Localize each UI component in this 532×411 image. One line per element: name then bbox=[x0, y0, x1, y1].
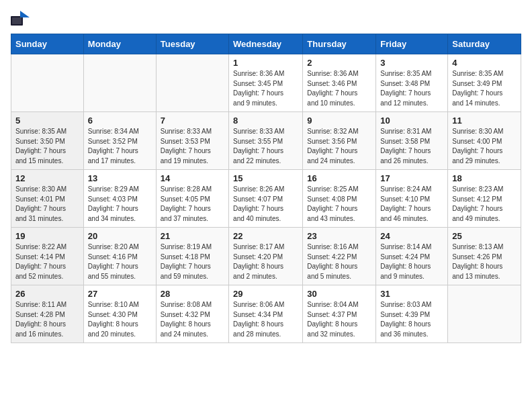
calendar-cell: 25Sunrise: 8:13 AM Sunset: 4:26 PM Dayli… bbox=[448, 228, 521, 285]
weekday-header-thursday: Thursday bbox=[303, 34, 376, 54]
calendar-cell bbox=[11, 54, 84, 112]
day-number: 9 bbox=[307, 116, 371, 126]
day-number: 5 bbox=[15, 116, 79, 126]
calendar-cell: 26Sunrise: 8:11 AM Sunset: 4:28 PM Dayli… bbox=[11, 285, 84, 343]
calendar-cell: 1Sunrise: 8:36 AM Sunset: 3:45 PM Daylig… bbox=[229, 54, 303, 112]
calendar-cell: 22Sunrise: 8:17 AM Sunset: 4:20 PM Dayli… bbox=[229, 228, 303, 285]
day-info: Sunrise: 8:08 AM Sunset: 4:32 PM Dayligh… bbox=[161, 300, 224, 339]
day-info: Sunrise: 8:30 AM Sunset: 4:01 PM Dayligh… bbox=[15, 185, 79, 224]
day-number: 30 bbox=[307, 289, 371, 299]
svg-marker-1 bbox=[20, 11, 30, 17]
calendar-cell: 21Sunrise: 8:19 AM Sunset: 4:18 PM Dayli… bbox=[156, 228, 228, 285]
day-number: 27 bbox=[88, 289, 152, 299]
day-info: Sunrise: 8:31 AM Sunset: 3:58 PM Dayligh… bbox=[380, 127, 443, 166]
day-number: 8 bbox=[233, 116, 298, 126]
weekday-header-saturday: Saturday bbox=[448, 34, 521, 54]
day-number: 17 bbox=[380, 173, 443, 183]
day-number: 12 bbox=[15, 173, 79, 183]
day-number: 20 bbox=[88, 231, 152, 241]
day-info: Sunrise: 8:11 AM Sunset: 4:28 PM Dayligh… bbox=[15, 300, 79, 339]
calendar-cell: 10Sunrise: 8:31 AM Sunset: 3:58 PM Dayli… bbox=[376, 112, 448, 170]
calendar-cell: 15Sunrise: 8:26 AM Sunset: 4:07 PM Dayli… bbox=[229, 170, 303, 228]
day-info: Sunrise: 8:10 AM Sunset: 4:30 PM Dayligh… bbox=[88, 300, 152, 339]
day-number: 16 bbox=[307, 173, 371, 183]
day-info: Sunrise: 8:24 AM Sunset: 4:10 PM Dayligh… bbox=[380, 185, 443, 224]
day-info: Sunrise: 8:23 AM Sunset: 4:12 PM Dayligh… bbox=[452, 185, 517, 224]
calendar-cell: 23Sunrise: 8:16 AM Sunset: 4:22 PM Dayli… bbox=[303, 228, 376, 285]
calendar-cell: 31Sunrise: 8:03 AM Sunset: 4:39 PM Dayli… bbox=[376, 285, 448, 343]
calendar-cell: 4Sunrise: 8:35 AM Sunset: 3:49 PM Daylig… bbox=[448, 54, 521, 112]
week-row-1: 1Sunrise: 8:36 AM Sunset: 3:45 PM Daylig… bbox=[11, 54, 521, 112]
calendar-cell: 12Sunrise: 8:30 AM Sunset: 4:01 PM Dayli… bbox=[11, 170, 84, 228]
day-info: Sunrise: 8:13 AM Sunset: 4:26 PM Dayligh… bbox=[452, 242, 517, 281]
day-info: Sunrise: 8:03 AM Sunset: 4:39 PM Dayligh… bbox=[380, 300, 443, 339]
calendar-cell: 2Sunrise: 8:36 AM Sunset: 3:46 PM Daylig… bbox=[303, 54, 376, 112]
day-info: Sunrise: 8:26 AM Sunset: 4:07 PM Dayligh… bbox=[233, 185, 298, 224]
calendar-cell: 28Sunrise: 8:08 AM Sunset: 4:32 PM Dayli… bbox=[156, 285, 228, 343]
day-number: 1 bbox=[233, 58, 298, 68]
day-number: 7 bbox=[161, 116, 224, 126]
day-info: Sunrise: 8:34 AM Sunset: 3:52 PM Dayligh… bbox=[88, 127, 152, 166]
day-number: 15 bbox=[233, 173, 298, 183]
day-number: 2 bbox=[307, 58, 371, 68]
calendar-cell: 6Sunrise: 8:34 AM Sunset: 3:52 PM Daylig… bbox=[83, 112, 156, 170]
day-number: 11 bbox=[452, 116, 517, 126]
day-number: 23 bbox=[307, 231, 371, 241]
calendar-cell: 5Sunrise: 8:35 AM Sunset: 3:50 PM Daylig… bbox=[11, 112, 84, 170]
svg-rect-2 bbox=[12, 17, 21, 24]
day-info: Sunrise: 8:16 AM Sunset: 4:22 PM Dayligh… bbox=[307, 242, 371, 281]
day-number: 10 bbox=[380, 116, 443, 126]
weekday-header-wednesday: Wednesday bbox=[229, 34, 303, 54]
day-info: Sunrise: 8:35 AM Sunset: 3:49 PM Dayligh… bbox=[452, 69, 517, 108]
day-number: 28 bbox=[161, 289, 224, 299]
calendar-cell: 24Sunrise: 8:14 AM Sunset: 4:24 PM Dayli… bbox=[376, 228, 448, 285]
day-info: Sunrise: 8:20 AM Sunset: 4:16 PM Dayligh… bbox=[88, 242, 152, 281]
day-info: Sunrise: 8:14 AM Sunset: 4:24 PM Dayligh… bbox=[380, 242, 443, 281]
calendar-cell bbox=[83, 54, 156, 112]
calendar-cell: 9Sunrise: 8:32 AM Sunset: 3:56 PM Daylig… bbox=[303, 112, 376, 170]
calendar-cell: 27Sunrise: 8:10 AM Sunset: 4:30 PM Dayli… bbox=[83, 285, 156, 343]
day-info: Sunrise: 8:04 AM Sunset: 4:37 PM Dayligh… bbox=[307, 300, 371, 339]
day-info: Sunrise: 8:17 AM Sunset: 4:20 PM Dayligh… bbox=[233, 242, 298, 281]
calendar-cell bbox=[448, 285, 521, 343]
day-number: 13 bbox=[88, 173, 152, 183]
page-header bbox=[11, 11, 521, 26]
day-info: Sunrise: 8:06 AM Sunset: 4:34 PM Dayligh… bbox=[233, 300, 298, 339]
day-number: 24 bbox=[380, 231, 443, 241]
weekday-header-row: SundayMondayTuesdayWednesdayThursdayFrid… bbox=[11, 34, 521, 54]
calendar-cell: 18Sunrise: 8:23 AM Sunset: 4:12 PM Dayli… bbox=[448, 170, 521, 228]
calendar-table: SundayMondayTuesdayWednesdayThursdayFrid… bbox=[11, 34, 521, 343]
calendar-cell: 13Sunrise: 8:29 AM Sunset: 4:03 PM Dayli… bbox=[83, 170, 156, 228]
day-info: Sunrise: 8:33 AM Sunset: 3:53 PM Dayligh… bbox=[161, 127, 224, 166]
day-info: Sunrise: 8:28 AM Sunset: 4:05 PM Dayligh… bbox=[161, 185, 224, 224]
day-info: Sunrise: 8:36 AM Sunset: 3:46 PM Dayligh… bbox=[307, 69, 371, 108]
weekday-header-sunday: Sunday bbox=[11, 34, 84, 54]
week-row-2: 5Sunrise: 8:35 AM Sunset: 3:50 PM Daylig… bbox=[11, 112, 521, 170]
day-info: Sunrise: 8:35 AM Sunset: 3:48 PM Dayligh… bbox=[380, 69, 443, 108]
calendar-cell: 17Sunrise: 8:24 AM Sunset: 4:10 PM Dayli… bbox=[376, 170, 448, 228]
calendar-cell: 20Sunrise: 8:20 AM Sunset: 4:16 PM Dayli… bbox=[83, 228, 156, 285]
day-number: 14 bbox=[161, 173, 224, 183]
day-info: Sunrise: 8:33 AM Sunset: 3:55 PM Dayligh… bbox=[233, 127, 298, 166]
day-info: Sunrise: 8:19 AM Sunset: 4:18 PM Dayligh… bbox=[161, 242, 224, 281]
day-number: 26 bbox=[15, 289, 79, 299]
day-number: 31 bbox=[380, 289, 443, 299]
day-info: Sunrise: 8:22 AM Sunset: 4:14 PM Dayligh… bbox=[15, 242, 79, 281]
day-info: Sunrise: 8:25 AM Sunset: 4:08 PM Dayligh… bbox=[307, 185, 371, 224]
day-info: Sunrise: 8:36 AM Sunset: 3:45 PM Dayligh… bbox=[233, 69, 298, 108]
day-info: Sunrise: 8:35 AM Sunset: 3:50 PM Dayligh… bbox=[15, 127, 79, 166]
day-number: 25 bbox=[452, 231, 517, 241]
calendar-cell: 7Sunrise: 8:33 AM Sunset: 3:53 PM Daylig… bbox=[156, 112, 228, 170]
calendar-cell bbox=[156, 54, 228, 112]
calendar-cell: 16Sunrise: 8:25 AM Sunset: 4:08 PM Dayli… bbox=[303, 170, 376, 228]
week-row-3: 12Sunrise: 8:30 AM Sunset: 4:01 PM Dayli… bbox=[11, 170, 521, 228]
day-number: 21 bbox=[161, 231, 224, 241]
week-row-5: 26Sunrise: 8:11 AM Sunset: 4:28 PM Dayli… bbox=[11, 285, 521, 343]
calendar-cell: 19Sunrise: 8:22 AM Sunset: 4:14 PM Dayli… bbox=[11, 228, 84, 285]
day-number: 19 bbox=[15, 231, 79, 241]
week-row-4: 19Sunrise: 8:22 AM Sunset: 4:14 PM Dayli… bbox=[11, 228, 521, 285]
calendar-cell: 30Sunrise: 8:04 AM Sunset: 4:37 PM Dayli… bbox=[303, 285, 376, 343]
weekday-header-monday: Monday bbox=[83, 34, 156, 54]
calendar-cell: 3Sunrise: 8:35 AM Sunset: 3:48 PM Daylig… bbox=[376, 54, 448, 112]
logo bbox=[11, 11, 32, 26]
